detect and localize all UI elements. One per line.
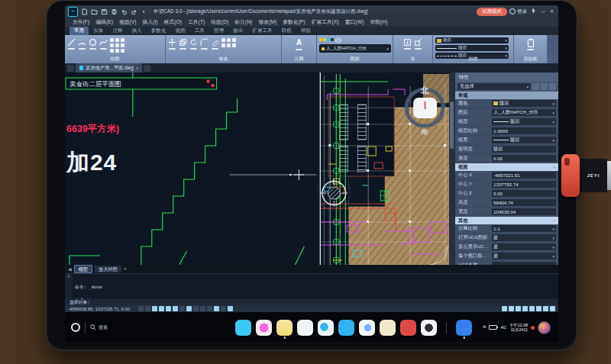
ribbon-tab-manage[interactable]: 管理 (209, 27, 228, 35)
dock-app-icon[interactable] (256, 320, 272, 336)
dock-app-icon[interactable] (359, 320, 375, 336)
ribbon-tab-insert[interactable]: 插入 (128, 27, 147, 35)
status-toggle-icon[interactable] (159, 306, 164, 311)
section-misc[interactable]: 其他▾ (455, 217, 558, 224)
menu-express[interactable]: 扩展工具(X) (309, 18, 342, 26)
rotate-tool-icon[interactable] (189, 37, 198, 50)
status-tool-icon[interactable] (550, 306, 555, 311)
ribbon-tab-home[interactable]: 常用 (70, 27, 89, 35)
ribbon-tab-online[interactable]: 联机 (277, 27, 296, 35)
insert-block-icon[interactable] (403, 37, 412, 50)
ribbon-tab-parametric[interactable]: 参数化 (147, 27, 171, 35)
lineweight-dropdown[interactable]: 随层▾ (435, 45, 509, 51)
status-toggle-icon[interactable] (193, 306, 199, 311)
document-tab[interactable]: 某房地产美...平面.dwg × (76, 63, 142, 72)
menu-insert[interactable]: 插入(I) (140, 18, 161, 26)
dock-app-icon[interactable] (297, 320, 313, 336)
menu-help[interactable]: 帮助(H) (367, 18, 390, 26)
modify-more-tools[interactable] (221, 37, 236, 47)
save-icon[interactable] (100, 8, 108, 15)
status-toggle-icon[interactable] (221, 306, 226, 311)
command-close-icon[interactable]: × (65, 274, 73, 299)
add-layout-icon[interactable]: + (124, 266, 127, 272)
status-toggle-icon[interactable] (200, 306, 205, 311)
sync-icon[interactable] (529, 8, 538, 15)
dock-app-icon[interactable] (380, 320, 396, 336)
menu-dimension[interactable]: 标注(N) (231, 18, 255, 26)
trial-mode-button[interactable]: 试用模式 (477, 8, 507, 16)
status-tool-icon[interactable] (502, 306, 507, 311)
section-view[interactable]: 视图▾ (455, 163, 558, 171)
status-toggle-icon[interactable] (186, 306, 192, 311)
status-tool-icon[interactable] (543, 306, 548, 311)
dock-app-zwcad-icon[interactable] (456, 320, 472, 336)
move-tool-icon[interactable] (168, 37, 176, 50)
menu-file[interactable]: 文件(F) (70, 18, 92, 26)
scrollbar-thumb[interactable] (450, 101, 454, 149)
copy-tool-icon[interactable] (179, 37, 187, 50)
minimize-button[interactable]: – (540, 8, 546, 14)
vertical-scrollbar[interactable] (449, 72, 454, 265)
layer-dropdown[interactable]: 人_人群HATCH_分区 ▾ (319, 44, 391, 53)
ribbon-tab-help[interactable]: 帮助 (296, 27, 315, 35)
selection-label[interactable]: 美食街二层平面图 (66, 78, 217, 89)
draw-more-tools[interactable] (110, 37, 124, 53)
home-button[interactable] (71, 323, 80, 332)
cad-canvas[interactable]: 北 南 美食街二层平面图 (65, 72, 449, 265)
close-button[interactable]: × (548, 8, 555, 14)
status-tool-icon[interactable] (536, 306, 541, 311)
print-icon[interactable] (110, 8, 118, 15)
status-toggle-icon[interactable] (152, 306, 157, 311)
new-file-icon[interactable] (80, 8, 88, 15)
layout-tab-user[interactable]: 放大样图 (95, 266, 121, 272)
section-general[interactable]: 常规▾ (455, 92, 558, 99)
status-toggle-icon[interactable] (207, 306, 212, 311)
ribbon-tab-output[interactable]: 输出 (228, 27, 247, 35)
status-toggle-icon[interactable] (166, 306, 171, 311)
tab-list-button[interactable] (67, 65, 74, 72)
layout-nav-icon[interactable]: ◀ (68, 266, 72, 272)
login-button[interactable]: 登录 (509, 8, 527, 15)
qat-dropdown-icon[interactable]: ▾ (140, 8, 147, 15)
clock[interactable]: 下午12:08 11月24日 (509, 323, 528, 332)
status-toggle-icon[interactable] (145, 306, 150, 311)
command-window[interactable]: × 命令: _move 选择对象: 命令: 命令: _move 选择对象: _p (65, 273, 558, 299)
status-toggle-icon[interactable] (179, 306, 185, 311)
status-tool-icon[interactable] (522, 306, 528, 311)
fillet-tool-icon[interactable] (200, 37, 209, 50)
dock-app-icon[interactable] (338, 320, 354, 336)
command-prompt[interactable]: 选择对象: (65, 299, 558, 305)
status-toggle-icon[interactable] (228, 306, 233, 311)
new-tab-button[interactable] (144, 65, 150, 72)
open-folder-icon[interactable] (90, 8, 98, 15)
ribbon-tab-tools[interactable]: 工具 (190, 27, 209, 35)
search-widget[interactable]: 搜索 (90, 324, 108, 331)
dock-app-icon[interactable] (421, 320, 437, 336)
line-tool-icon[interactable] (67, 37, 76, 50)
toggle-pickadd-icon[interactable] (549, 83, 556, 90)
ribbon-tab-express[interactable]: 扩展工具 (247, 27, 276, 35)
dock-app-icon[interactable] (276, 320, 293, 336)
ribbon-tab-view[interactable]: 视图 (171, 27, 190, 35)
menu-modify[interactable]: 修改(M) (255, 18, 280, 26)
redo-icon[interactable] (130, 8, 137, 15)
mtext-tool-icon[interactable]: A (296, 37, 302, 50)
selection-filter-dropdown[interactable]: 无选择▾ (457, 83, 531, 90)
menu-window[interactable]: 窗口(W) (342, 18, 367, 26)
dock-app-icon[interactable] (400, 320, 416, 336)
menu-tools[interactable]: 工具(T) (185, 18, 208, 26)
status-tool-icon[interactable] (509, 306, 514, 311)
color-dropdown[interactable]: 随层▾ (435, 37, 509, 43)
user-avatar[interactable] (538, 321, 551, 334)
erase-tool-icon[interactable] (211, 37, 219, 50)
arc-tool-icon[interactable] (78, 37, 86, 50)
menu-view[interactable]: 视图(V) (116, 18, 140, 26)
tray-expand-icon[interactable]: ^ (483, 325, 486, 330)
menu-draw[interactable]: 绘图(D) (208, 18, 231, 26)
status-tool-icon[interactable] (516, 306, 521, 311)
ribbon-tab-solid[interactable]: 实体 (89, 27, 108, 35)
layer-state-icons[interactable] (319, 37, 390, 43)
quick-select-icon[interactable] (532, 83, 539, 90)
undo-icon[interactable] (120, 8, 128, 15)
block-edit-icon[interactable] (414, 37, 422, 50)
